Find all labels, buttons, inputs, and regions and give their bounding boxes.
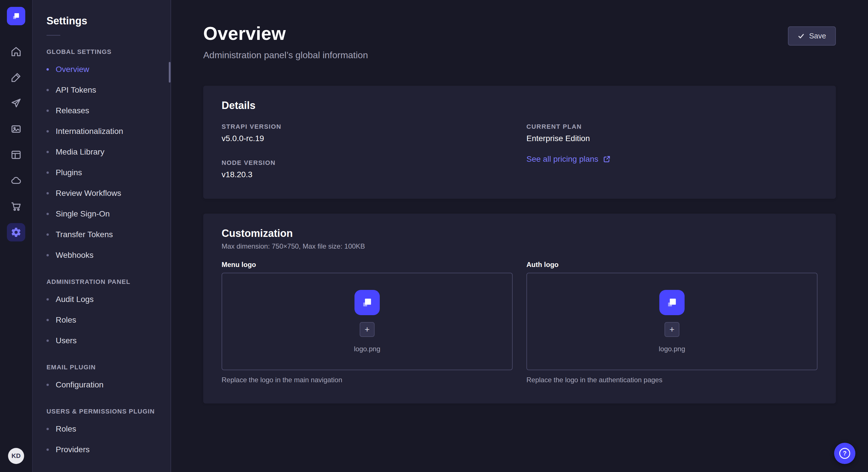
sidebar-item-configuration[interactable]: Configuration: [33, 374, 170, 395]
bullet-icon: [46, 254, 49, 256]
customization-card: Customization Max dimension: 750×750, Ma…: [203, 214, 836, 403]
sidebar-item-review-workflows[interactable]: Review Workflows: [33, 183, 170, 204]
strapi-mark-icon: [11, 11, 21, 21]
auth-logo-add-button[interactable]: +: [664, 322, 679, 337]
rail-item-paper-plane[interactable]: [7, 94, 25, 112]
bullet-icon: [46, 213, 49, 215]
gear-icon: [11, 227, 22, 238]
page-header: Overview Administration panel’s global i…: [203, 23, 836, 61]
nav-list-email-plugin: Configuration: [33, 374, 170, 395]
details-right-column: CURRENT PLAN Enterprise Edition See all …: [526, 123, 817, 179]
avatar-initials: KD: [11, 452, 21, 460]
menu-logo-add-button[interactable]: +: [360, 322, 375, 337]
bullet-icon: [46, 448, 49, 451]
sidebar-item-transfer-tokens[interactable]: Transfer Tokens: [33, 224, 170, 245]
sidebar-item-plugins[interactable]: Plugins: [33, 162, 170, 183]
section-heading-email-plugin: EMAIL PLUGIN: [33, 364, 170, 371]
nav-list-administration-panel: Audit Logs Roles Users: [33, 289, 170, 351]
sidebar-item-up-roles[interactable]: Roles: [33, 419, 170, 439]
sidebar-item-overview[interactable]: Overview: [33, 59, 170, 80]
sidebar-item-roles[interactable]: Roles: [33, 310, 170, 330]
save-button[interactable]: Save: [788, 26, 836, 45]
strapi-logo[interactable]: [7, 7, 25, 25]
bullet-icon: [46, 68, 49, 71]
sidebar-item-label: Overview: [56, 65, 89, 74]
sidebar-item-label: Roles: [56, 425, 76, 434]
sidebar-item-single-sign-on[interactable]: Single Sign-On: [33, 204, 170, 224]
rail-item-layout[interactable]: [7, 146, 25, 164]
rail-item-cloud[interactable]: [7, 171, 25, 190]
field-value: v5.0.0-rc.19: [222, 134, 513, 143]
main-content: Overview Administration panel’s global i…: [171, 0, 868, 472]
plus-icon: +: [670, 325, 675, 334]
customization-card-title: Customization: [222, 227, 817, 239]
paper-plane-icon: [11, 98, 22, 109]
sidebar-item-releases[interactable]: Releases: [33, 100, 170, 121]
sidebar-item-internationalization[interactable]: Internationalization: [33, 121, 170, 142]
sidebar-item-label: Media Library: [56, 147, 104, 157]
question-mark-icon: ?: [839, 448, 850, 459]
main-nav-rail: KD: [0, 0, 33, 472]
settings-title: Settings: [33, 15, 170, 27]
bullet-icon: [46, 89, 49, 91]
app-root: KD Settings GLOBAL SETTINGS Overview API…: [0, 0, 868, 472]
sidebar-item-label: API Tokens: [56, 86, 96, 95]
rail-item-media[interactable]: [7, 120, 25, 138]
rail-item-home[interactable]: [7, 42, 25, 61]
rail-item-paintbrush[interactable]: [7, 68, 25, 87]
images-icon: [11, 124, 22, 134]
field-label: STRAPI VERSION: [222, 123, 513, 131]
sidebar-item-label: Webhooks: [56, 250, 94, 260]
cart-icon: [11, 201, 22, 212]
home-icon: [11, 46, 22, 57]
bullet-icon: [46, 428, 49, 430]
sidebar-item-label: Releases: [56, 106, 89, 115]
rail-item-settings[interactable]: [7, 223, 25, 241]
auth-logo-filename: logo.png: [659, 345, 685, 353]
avatar[interactable]: KD: [8, 448, 24, 464]
settings-sidebar: Settings GLOBAL SETTINGS Overview API To…: [33, 0, 171, 472]
sidebar-item-media-library[interactable]: Media Library: [33, 142, 170, 162]
menu-logo-filename: logo.png: [354, 345, 380, 353]
cloud-icon: [11, 175, 22, 186]
sidebar-item-label: Internationalization: [56, 127, 123, 136]
page-header-text: Overview Administration panel’s global i…: [203, 23, 368, 61]
plus-icon: +: [365, 325, 370, 334]
sidebar-item-label: Providers: [56, 445, 90, 454]
field-label: NODE VERSION: [222, 159, 513, 167]
sidebar-item-webhooks[interactable]: Webhooks: [33, 245, 170, 266]
section-heading-administration-panel: ADMINISTRATION PANEL: [33, 278, 170, 285]
bullet-icon: [46, 233, 49, 236]
strapi-version-field: STRAPI VERSION v5.0.0-rc.19: [222, 123, 513, 143]
details-card: Details STRAPI VERSION v5.0.0-rc.19 NODE…: [203, 86, 836, 199]
nav-list-users-permissions-plugin: Roles Providers: [33, 419, 170, 460]
auth-logo-hint: Replace the logo in the authentication p…: [526, 376, 817, 384]
strapi-mark-icon: [665, 296, 679, 309]
divider: [46, 35, 60, 36]
paintbrush-icon: [11, 72, 22, 83]
auth-logo-preview: [659, 290, 685, 315]
menu-logo-dropzone[interactable]: + logo.png: [222, 273, 513, 370]
auth-logo-block: Auth logo + logo.png: [526, 261, 817, 384]
sidebar-item-users[interactable]: Users: [33, 330, 170, 351]
strapi-mark-icon: [360, 296, 374, 309]
sidebar-item-api-tokens[interactable]: API Tokens: [33, 80, 170, 100]
customization-card-subtitle: Max dimension: 750×750, Max file size: 1…: [222, 242, 817, 250]
help-button[interactable]: ?: [834, 443, 856, 464]
bullet-icon: [46, 192, 49, 194]
cards-container: Details STRAPI VERSION v5.0.0-rc.19 NODE…: [203, 86, 836, 403]
sidebar-item-label: Users: [56, 336, 76, 345]
auth-logo-dropzone[interactable]: + logo.png: [526, 273, 817, 370]
scrollbar-thumb[interactable]: [169, 62, 170, 82]
sidebar-item-label: Single Sign-On: [56, 209, 110, 218]
nav-list-global-settings: Overview API Tokens Releases Internation…: [33, 59, 170, 266]
sidebar-item-providers[interactable]: Providers: [33, 439, 170, 460]
rail-item-marketplace[interactable]: [7, 197, 25, 216]
auth-logo-label: Auth logo: [526, 261, 817, 269]
page-subtitle: Administration panel’s global informatio…: [203, 50, 368, 61]
pricing-plans-link[interactable]: See all pricing plans: [526, 155, 611, 164]
sidebar-item-audit-logs[interactable]: Audit Logs: [33, 289, 170, 310]
details-grid: STRAPI VERSION v5.0.0-rc.19 NODE VERSION…: [222, 123, 817, 179]
sidebar-item-label: Configuration: [56, 380, 104, 390]
details-card-title: Details: [222, 100, 817, 111]
